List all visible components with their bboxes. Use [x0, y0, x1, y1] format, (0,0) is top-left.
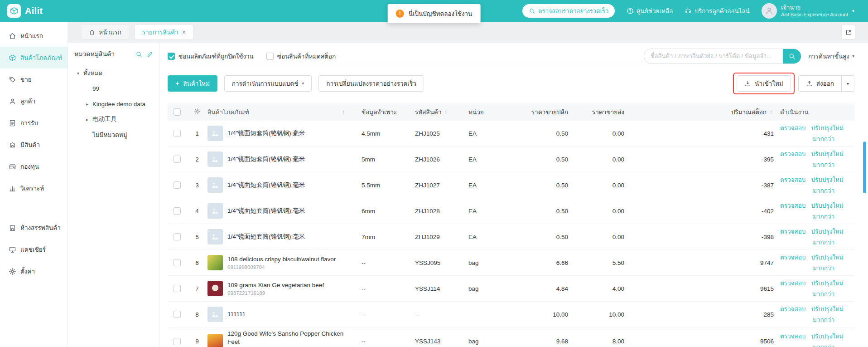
product-spec: --	[362, 259, 415, 266]
row-checkbox[interactable]	[174, 233, 181, 240]
help-center-link[interactable]: ศูนย์ช่วยเหลือ	[627, 6, 673, 16]
category-edit-icon[interactable]	[147, 51, 154, 58]
sidebar-item-sell[interactable]: ขาย	[0, 68, 68, 90]
new-product-button[interactable]: + สินค้าใหม่	[168, 75, 217, 92]
category-tree-item-uncategorized[interactable]: ไม่มีหมวดหมู่	[74, 127, 154, 142]
sidebar-item-customers[interactable]: ลูกค้า	[0, 90, 68, 112]
column-settings-icon[interactable]	[194, 108, 201, 115]
action-more-link[interactable]: มากกว่า	[813, 317, 834, 323]
sidebar-item-analyze[interactable]: วิเคราะห์	[0, 177, 68, 199]
product-info: 1/4"镜面短套筒(铬钒钢);毫米	[227, 233, 305, 241]
action-check-link[interactable]: ตรวจสอบ	[780, 200, 805, 210]
close-icon[interactable]: ×	[182, 29, 186, 35]
action-more-link[interactable]: มากกว่า	[813, 161, 834, 168]
action-update-link[interactable]: ปรับปรุงใหม่	[811, 149, 843, 159]
online-service-link[interactable]: บริการลูกค้าออนไลน์	[685, 6, 750, 16]
action-more-link[interactable]: มากกว่า	[813, 344, 834, 347]
tab-home[interactable]: หน้าแรก	[82, 25, 129, 39]
advanced-search-toggle[interactable]: การค้นหาขั้นสูง ▾	[808, 51, 854, 61]
action-more-link[interactable]: มากกว่า	[813, 291, 834, 298]
action-more-link[interactable]: มากกว่า	[813, 265, 834, 272]
category-tree-item-kingdee-demo-data[interactable]: ▸ Kingdee demo data	[74, 96, 154, 112]
action-check-link[interactable]: ตรวจสอบ	[780, 175, 805, 185]
action-check-link[interactable]: ตรวจสอบ	[780, 304, 805, 314]
select-all-checkbox[interactable]	[174, 108, 181, 116]
action-update-link[interactable]: ปรับปรุงใหม่	[811, 331, 843, 341]
sidebar-item-label: วิเคราะห์	[20, 183, 44, 193]
page-scrollbar[interactable]	[863, 142, 866, 193]
import-button[interactable]: นำเข้าใหม่	[737, 75, 791, 92]
row-checkbox[interactable]	[174, 207, 181, 215]
action-update-link[interactable]: ปรับปรุงใหม่	[811, 226, 843, 236]
export-dropdown-button[interactable]: ▾	[842, 75, 854, 92]
action-update-link[interactable]: ปรับปรุงใหม่	[811, 123, 843, 133]
hide-out-of-stock-checkbox[interactable]	[266, 53, 274, 60]
action-more-link[interactable]: มากกว่า	[813, 136, 834, 142]
category-panel-title: หมวดหมู่สินค้า	[74, 49, 131, 59]
export-button[interactable]: ส่งออก	[798, 75, 842, 92]
wholesale-price: 0.00	[568, 156, 624, 163]
action-check-link[interactable]: ตรวจสอบ	[780, 278, 805, 288]
product-image	[207, 177, 223, 193]
retail-price: 0.50	[526, 130, 568, 137]
action-more-link[interactable]: มากกว่า	[813, 239, 834, 246]
action-check-link[interactable]: ตรวจสอบ	[780, 149, 805, 159]
row-checkbox[interactable]	[174, 130, 181, 137]
table-body: 1 1/4"镜面短套筒(铬钒钢);毫米 4.5mm ZHJ1025 EA 0.5…	[168, 121, 854, 347]
sidebar-item-inventory[interactable]: มีสินค้า	[0, 134, 68, 156]
sidebar-item-settings[interactable]: ตั้งค่า	[0, 260, 68, 282]
sidebar-item-home[interactable]: หน้าแรก	[0, 25, 68, 47]
hide-disabled-filter[interactable]: ซ่อนผลิตภัณฑ์ที่ถูกปิดใช้งาน	[168, 51, 254, 61]
column-product[interactable]: สินค้าโภคภัณฑ์	[207, 107, 362, 117]
sidebar-item-funds[interactable]: กองทุน	[0, 156, 68, 177]
user-menu[interactable]: เจ้านาย Ailit Basic Experience Account ▾	[762, 3, 854, 19]
action-check-link[interactable]: ตรวจสอบ	[780, 226, 805, 236]
category-tree-item-power-tools[interactable]: ▸ 电动工具	[74, 112, 154, 127]
row-checkbox[interactable]	[174, 156, 181, 163]
sidebar-item-mall[interactable]: ห้างสรรพสินค้า	[0, 217, 68, 239]
product-image	[207, 334, 223, 347]
sort-icon[interactable]	[769, 109, 774, 115]
action-more-link[interactable]: มากกว่า	[813, 213, 834, 220]
action-update-link[interactable]: ปรับปรุงใหม่	[811, 175, 843, 185]
stock-quantity: 9506	[624, 338, 774, 345]
category-tree-item-all[interactable]: ▾ ทั้งหมด	[74, 65, 154, 81]
action-update-link[interactable]: ปรับปรุงใหม่	[811, 304, 843, 314]
product-spec: 6mm	[362, 208, 415, 215]
quick-price-change-button[interactable]: การเปลี่ยนแปลงราคาอย่างรวดเร็ว	[318, 75, 424, 92]
action-update-link[interactable]: ปรับปรุงใหม่	[811, 252, 843, 262]
row-checkbox[interactable]	[174, 181, 181, 189]
action-check-link[interactable]: ตรวจสอบ	[780, 331, 805, 341]
category-tree-item-99[interactable]: 99	[74, 81, 154, 96]
column-code[interactable]: รหัสสินค้า	[415, 107, 468, 117]
sidebar-item-products[interactable]: สินค้าโภคภัณฑ์	[0, 47, 68, 68]
hide-out-of-stock-filter[interactable]: ซ่อนสินค้าที่หมดสต็อก	[266, 51, 336, 61]
action-update-link[interactable]: ปรับปรุงใหม่	[811, 200, 843, 210]
search-button[interactable]	[783, 49, 801, 64]
hide-disabled-checkbox[interactable]	[168, 53, 175, 60]
row-checkbox[interactable]	[174, 285, 181, 292]
category-search-icon[interactable]	[135, 51, 142, 58]
sort-icon[interactable]	[341, 109, 346, 115]
quick-price-check-button[interactable]: ตรวจสอบราคาอย่างรวดเร็ว	[522, 4, 615, 18]
action-more-link[interactable]: มากกว่า	[813, 187, 834, 194]
product-search-input[interactable]	[644, 49, 783, 64]
row-checkbox[interactable]	[174, 338, 181, 345]
row-checkbox[interactable]	[174, 311, 181, 318]
app-logo[interactable]: Ailit	[7, 4, 43, 18]
trial-account-toast: ! นี่เป็นบัญชีทดลองใช้งาน	[388, 4, 481, 23]
product-spec: 5.5mm	[362, 182, 415, 189]
sort-icon[interactable]	[444, 109, 448, 115]
product-info: 1/4"镜面短套筒(铬钒钢);毫米	[227, 155, 305, 163]
sidebar-item-cashier[interactable]: แคชเชียร์	[0, 239, 68, 260]
column-stock[interactable]: ปริมาณสต็อก	[624, 107, 774, 117]
row-checkbox[interactable]	[174, 259, 181, 266]
tab-product-list[interactable]: รายการสินค้า ×	[135, 25, 193, 39]
batch-operation-button[interactable]: การดำเนินการแบบแบตช์ ▾	[224, 75, 312, 92]
sidebar-item-receiving[interactable]: การรับ	[0, 112, 68, 134]
action-update-link[interactable]: ปรับปรุงใหม่	[811, 278, 843, 288]
action-check-link[interactable]: ตรวจสอบ	[780, 123, 805, 133]
expand-button[interactable]	[842, 25, 855, 39]
action-check-link[interactable]: ตรวจสอบ	[780, 252, 805, 262]
tab-home-label: หน้าแรก	[99, 27, 121, 37]
